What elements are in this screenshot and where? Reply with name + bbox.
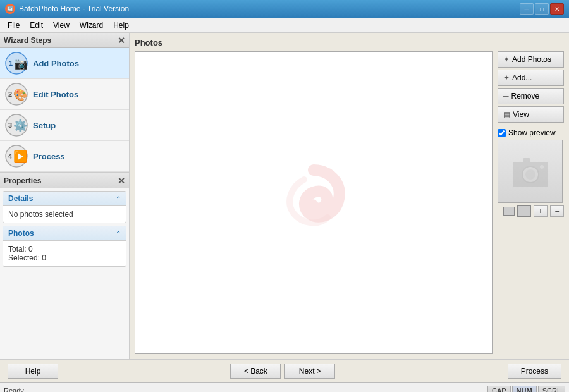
view-label: View [513, 110, 529, 119]
photos-canvas[interactable] [135, 51, 493, 354]
help-button[interactable]: Help [8, 364, 58, 379]
wizard-steps-title: Wizard Steps [4, 36, 51, 45]
properties-title: Properties [4, 176, 41, 185]
svg-text:⚙️: ⚙️ [13, 119, 28, 133]
details-section-header[interactable]: Details ⌃ [3, 192, 126, 206]
photos-header: Photos [135, 38, 564, 47]
view-icon: ▤ [503, 110, 510, 119]
add-photos-button[interactable]: ✦ Add Photos [498, 51, 564, 68]
camera-icon [511, 154, 549, 189]
left-panel: Wizard Steps ✕ 1 📷 Add Photos 2 [0, 33, 130, 359]
preview-section: Show preview [498, 128, 564, 217]
svg-point-14 [525, 169, 535, 180]
menu-edit[interactable]: Edit [25, 20, 48, 31]
process-button[interactable]: Process [508, 364, 561, 379]
add-label: Add... [512, 73, 532, 82]
photos-layout: ✦ Add Photos ✦ Add... ─ Remove ▤ View [135, 51, 564, 354]
menu-file[interactable]: File [3, 20, 25, 31]
details-text: No photos selected [8, 210, 73, 219]
cap-indicator: CAP [487, 386, 511, 393]
preview-box [498, 140, 563, 203]
swirl-logo [276, 164, 352, 242]
menu-bar: File Edit View Wizard Help [0, 18, 569, 33]
close-button[interactable]: ✕ [550, 3, 564, 15]
details-chevron: ⌃ [116, 195, 121, 202]
wizard-step-add-photos[interactable]: 1 📷 Add Photos [0, 48, 129, 79]
photos-section-header[interactable]: Photos ⌃ [3, 226, 126, 241]
svg-text:📷: 📷 [14, 57, 28, 71]
add-photos-label: Add Photos [512, 55, 551, 64]
thumb-size-large[interactable] [517, 205, 531, 217]
content-area: Photos ✦ Add Photos ✦ Add [130, 33, 569, 359]
wizard-step-process[interactable]: 4 ▶️ Process [0, 141, 129, 172]
show-preview-label: Show preview [508, 128, 556, 137]
wizard-steps-panel: Wizard Steps ✕ 1 📷 Add Photos 2 [0, 33, 129, 172]
step3-label: Setup [33, 121, 56, 130]
bottom-nav: Help < Back Next > Process [0, 359, 569, 382]
step4-icon: 4 ▶️ [5, 145, 28, 168]
step1-label: Add Photos [33, 59, 79, 68]
step1-icon: 1 📷 [5, 52, 28, 75]
remove-icon: ─ [503, 92, 509, 101]
photos-chevron: ⌃ [116, 230, 121, 237]
svg-text:2: 2 [8, 90, 12, 98]
right-toolbar: ✦ Add Photos ✦ Add... ─ Remove ▤ View [498, 51, 564, 354]
thumb-controls: + − [498, 205, 564, 217]
minimize-button[interactable]: ─ [520, 3, 534, 15]
title-text: BatchPhoto Home - Trial Version [19, 4, 129, 13]
svg-text:3: 3 [8, 121, 12, 129]
photos-selected: Selected: 0 [8, 254, 121, 262]
add-button[interactable]: ✦ Add... [498, 70, 564, 86]
step2-icon: 2 🎨 [5, 83, 28, 106]
main-container: Wizard Steps ✕ 1 📷 Add Photos 2 [0, 33, 569, 359]
view-button[interactable]: ▤ View [498, 106, 564, 123]
menu-view[interactable]: View [48, 20, 75, 31]
app-icon: 🔄 [5, 4, 15, 14]
svg-text:🎨: 🎨 [13, 88, 28, 102]
thumb-size-small[interactable] [503, 207, 515, 216]
photos-section: Photos ⌃ Total: 0 Selected: 0 [3, 226, 126, 267]
svg-text:4: 4 [8, 152, 13, 160]
status-bar: Ready CAP NUM SCRL [0, 382, 569, 392]
wizard-steps-close[interactable]: ✕ [118, 36, 125, 45]
photos-section-title: Photos [8, 229, 34, 238]
menu-wizard[interactable]: Wizard [75, 20, 108, 31]
properties-header: Properties ✕ [0, 173, 129, 188]
photos-body: Total: 0 Selected: 0 [3, 241, 126, 266]
remove-button[interactable]: ─ Remove [498, 88, 564, 104]
properties-close[interactable]: ✕ [118, 176, 125, 185]
details-section: Details ⌃ No photos selected [3, 191, 126, 223]
show-preview-container: Show preview [498, 128, 564, 137]
photos-total: Total: 0 [8, 245, 121, 254]
wizard-steps-header: Wizard Steps ✕ [0, 33, 129, 48]
num-indicator: NUM [512, 386, 537, 393]
status-text: Ready [4, 387, 24, 393]
next-button[interactable]: Next > [284, 364, 335, 379]
step3-icon: 3 ⚙️ [5, 114, 28, 137]
properties-panel: Properties ✕ Details ⌃ No photos selecte… [0, 172, 129, 359]
menu-help[interactable]: Help [108, 20, 134, 31]
window-controls: ─ □ ✕ [520, 3, 564, 15]
svg-point-16 [540, 165, 544, 169]
thumb-add-button[interactable]: + [534, 205, 548, 217]
details-body: No photos selected [3, 206, 126, 223]
wizard-step-setup[interactable]: 3 ⚙️ Setup [0, 110, 129, 141]
details-title: Details [8, 194, 33, 203]
svg-text:1: 1 [9, 59, 13, 67]
step4-label: Process [33, 152, 65, 161]
show-preview-checkbox[interactable] [498, 129, 506, 137]
back-button[interactable]: < Back [230, 364, 281, 379]
add-icon: ✦ [503, 73, 510, 82]
nav-btn-group: < Back Next > [230, 364, 335, 379]
status-indicators: CAP NUM SCRL [487, 386, 565, 393]
svg-text:▶️: ▶️ [13, 150, 28, 164]
scrl-indicator: SCRL [538, 386, 565, 393]
maximize-button[interactable]: □ [535, 3, 549, 15]
add-photos-icon: ✦ [503, 55, 510, 64]
svg-rect-15 [523, 158, 530, 163]
remove-label: Remove [511, 92, 540, 101]
thumb-remove-button[interactable]: − [550, 205, 564, 217]
step2-label: Edit Photos [33, 90, 78, 99]
wizard-step-edit-photos[interactable]: 2 🎨 Edit Photos [0, 79, 129, 110]
title-bar: 🔄 BatchPhoto Home - Trial Version ─ □ ✕ [0, 0, 569, 18]
